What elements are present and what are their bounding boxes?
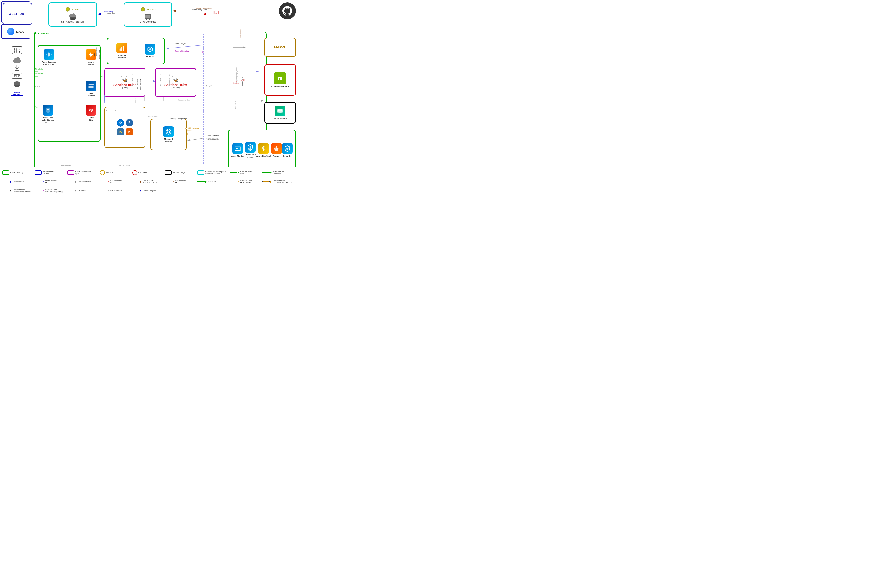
legend-vm-cpu: V.M. CPU <box>100 170 131 175</box>
azure-monitor-label: Azure Monitor <box>231 155 244 157</box>
github-metadata-label: Github Metadata <box>206 139 220 140</box>
azure-ad-icon <box>245 142 256 153</box>
svg-rect-77 <box>149 19 150 20</box>
adf-pipelines-icon <box>86 81 96 91</box>
gpu-modelling-label: GPU Modelling Platform <box>269 85 291 88</box>
ftp-icon: FTP <box>12 73 22 79</box>
model-data-label-1: Model Data <box>106 12 116 14</box>
field-metadata-label: Field Metadata <box>59 164 71 166</box>
esri-label: esri <box>16 29 24 35</box>
svg-text:⚙: ⚙ <box>119 121 122 125</box>
esri-globe-icon <box>7 28 14 35</box>
external-data-sources: {} ; FTP <box>2 46 32 96</box>
svg-point-94 <box>249 146 251 148</box>
svg-point-97 <box>263 148 264 149</box>
legend-sentient-bc: Sentient HubsModel BC Files <box>230 180 261 184</box>
legend-azure-storage: Azure Storage <box>165 170 196 175</box>
svg-rect-86 <box>123 46 124 51</box>
azure-tenancy-label: Azure Tenancy <box>35 32 49 35</box>
json-code-icon: {} ; <box>12 46 22 54</box>
r-icon: R <box>126 119 133 126</box>
purview-icon <box>163 126 174 137</box>
azure-ml-icon <box>145 44 155 55</box>
pawsey-gpu-box: pawsey GPU Compute <box>124 2 172 27</box>
nvidia-icon <box>274 72 286 84</box>
scripting-config-label: Scripting Configuration <box>169 118 187 120</box>
processed-data-vert-3: Processed Data <box>169 74 171 86</box>
legend-sentient-bc-meta: Sentient HubsModel BC Files Metadata <box>262 180 294 184</box>
defender-icon <box>282 143 293 154</box>
azure-ad-label: Azure ActiveDirectory <box>244 154 256 158</box>
runtime-reporting-label: Runtime Reporting <box>174 50 189 52</box>
legend-pawsey: Pawsey SupercomputingResearch Centre <box>197 170 229 175</box>
sentient-data-box: Powered by: 🦋 Sentient Hubs (Data) <box>104 68 146 97</box>
westport-label: WESTPORT <box>3 3 32 25</box>
svg-point-64 <box>14 85 20 87</box>
legend-sentient-config: Sentient HubsModel Config. Archival <box>2 189 34 193</box>
azure-keyvault-icon <box>258 143 269 154</box>
legend-model-analytics: Model Analytics <box>132 189 164 192</box>
bc-files-label: BC Files <box>205 84 212 86</box>
marvl-box: MARVL <box>264 38 296 57</box>
azure-sql-icon: SQL <box>86 105 96 116</box>
sentient-modelling-box: Powered by: 🦋 Sentient Hubs (Modelling) <box>155 68 196 97</box>
marvl-label: MARVL <box>274 45 286 49</box>
github-icon <box>279 2 296 20</box>
svg-rect-84 <box>119 49 120 51</box>
svg-rect-96 <box>263 149 264 151</box>
legend-vm-gpu: V.M. GPU <box>132 170 164 175</box>
main-diagram: Model Configuration Model Data Control M… <box>0 0 298 196</box>
azure-synapse-icon <box>44 49 54 60</box>
purview-box: MicrosoftPurview <box>150 119 187 150</box>
defender-label: Defender <box>283 155 291 157</box>
legend-gis-data: GIS Data <box>67 189 99 192</box>
svg-point-90 <box>170 131 171 132</box>
azure-synapse-label: Azure Synapse(SQL Pools) <box>42 61 56 65</box>
svg-point-71 <box>70 18 76 20</box>
sentient-modelling-logo: Sentient Hubs <box>164 83 187 87</box>
azure-keyvault-label: Azure Key Vault <box>256 155 271 157</box>
control-label: Control <box>213 12 220 14</box>
pawsey-s3-label: S3 "Acacia" Storage <box>61 20 85 23</box>
azure-datalake-label: Azure DataLake StorageGen 2 <box>42 117 54 124</box>
legend-model-netcdf-meta: Model NetcdfMetadata <box>35 180 67 184</box>
sentient-modelling-sublabel: (Modelling) <box>171 87 181 89</box>
processed-data-vert-2: Processed Data <box>159 74 161 86</box>
model-metadata-vert: Model Metadata <box>140 78 142 90</box>
pawsey-gpu-label: GPU Compute <box>140 20 156 23</box>
legend-vm-control: V.M. MachineControl <box>100 180 131 184</box>
gis-data-label: GIS Data <box>35 86 42 88</box>
monitoring-box: Azure Monitor Azure ActiveDirectory Az <box>228 130 296 171</box>
azure-function-label: AzureFunction <box>87 61 95 65</box>
gpu-modelling-box: GPU Modelling Platform <box>264 64 296 96</box>
svg-rect-80 <box>88 86 94 87</box>
legend-azure-marketplace: Azure MarketplaceApp <box>67 170 99 175</box>
legend-processed-data: Processed Data <box>67 180 99 183</box>
field-data-label-2: Field Data <box>35 73 43 75</box>
legend-azure-tenancy: Azure Tenancy <box>2 170 34 175</box>
field-metadata-vert: Field Metadata <box>136 79 138 90</box>
database-icon <box>13 80 21 88</box>
legend-sentient-runtime: Sentient HubsRun-Time Reporting <box>35 189 67 193</box>
azure-ml-label: Azure ML <box>146 56 155 58</box>
gis-metadata-label: GIS Metadata <box>119 164 130 166</box>
firewall-icon <box>271 143 282 154</box>
adf-pipelines-label: ADFPipelines <box>86 92 95 97</box>
model-analytics-label: Model Analytics <box>174 43 187 45</box>
legend-ingestion: Ingestion <box>197 180 229 183</box>
firewall-label: Firewall <box>273 155 280 157</box>
bi-ml-box: Power BIPremium Azure ML <box>107 38 165 64</box>
model-data-vert-label: Model Data <box>99 50 100 59</box>
azure-storage-label: Azure Storage <box>273 117 287 120</box>
svg-rect-75 <box>146 15 150 18</box>
svg-point-78 <box>47 53 50 56</box>
svg-rect-81 <box>88 87 94 88</box>
svg-point-93 <box>277 111 283 113</box>
azure-monitor-icon <box>232 143 243 154</box>
azure-storage-icon <box>275 106 285 116</box>
legend: Azure Tenancy External DataSource Azure … <box>0 167 298 196</box>
svg-rect-76 <box>146 19 147 20</box>
pawsey-s3-box: pawsey S3 "Acacia" Storage <box>49 2 97 27</box>
power-bi-label: Power BIPremium <box>117 54 126 59</box>
esri-logo: esri <box>1 24 30 39</box>
